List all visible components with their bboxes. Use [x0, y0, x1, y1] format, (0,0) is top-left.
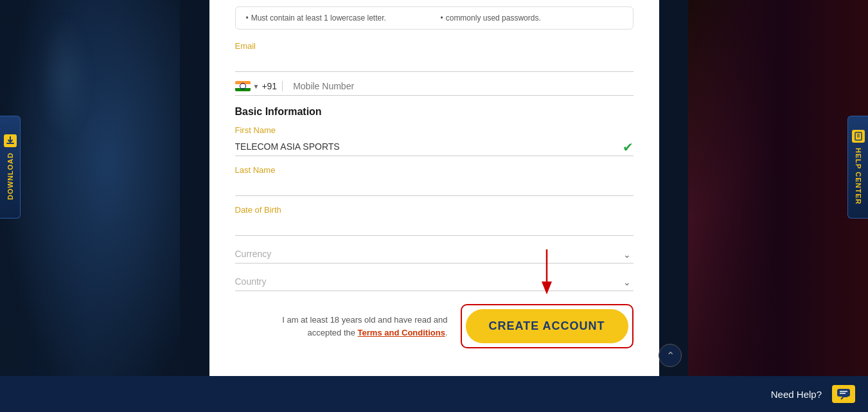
- password-hints-box: Must contain at least 1 lowercase letter…: [235, 6, 633, 30]
- help-center-label: HELP CENTER: [855, 148, 862, 204]
- basic-info-title: Basic Information: [235, 106, 633, 118]
- background-left: [0, 0, 180, 412]
- dob-input[interactable]: [235, 217, 633, 236]
- terms-line1: I am at least 18 years old and have read…: [282, 315, 447, 325]
- terms-text: I am at least 18 years old and have read…: [235, 314, 448, 339]
- create-account-button[interactable]: CREATE ACCOUNT: [466, 309, 628, 343]
- help-center-sidebar-btn[interactable]: HELP CENTER: [847, 116, 868, 219]
- download-icon: [4, 134, 17, 147]
- first-name-label: First Name: [235, 125, 633, 135]
- chat-icon[interactable]: [832, 385, 855, 403]
- dob-field-group: Date of Birth: [235, 205, 633, 236]
- red-arrow-annotation: [527, 246, 566, 298]
- flag-chevron: ▼: [253, 83, 260, 90]
- phone-icon: [852, 130, 865, 143]
- terms-link[interactable]: Terms and Conditions: [358, 328, 445, 337]
- email-label: Email: [235, 41, 633, 51]
- download-sidebar-btn[interactable]: DOWNLOAD: [0, 116, 21, 219]
- india-flag: [235, 81, 251, 91]
- background-right: [688, 0, 868, 386]
- hint-common: commonly used passwords.: [441, 13, 623, 22]
- create-account-section: CREATE ACCOUNT: [461, 304, 633, 348]
- last-name-field-group: Last Name: [235, 165, 633, 196]
- email-input[interactable]: [235, 53, 633, 72]
- last-name-input[interactable]: [235, 177, 633, 196]
- first-name-check-icon: ✔: [623, 139, 633, 155]
- country-field-group: Country ⌄: [235, 273, 633, 291]
- country-code: +91: [261, 81, 277, 91]
- currency-field-group: Currency ⌄: [235, 245, 633, 264]
- first-name-input[interactable]: [235, 138, 633, 156]
- mobile-number-input[interactable]: [288, 81, 633, 91]
- phone-row: ▼ +91: [235, 81, 633, 96]
- dob-label: Date of Birth: [235, 205, 633, 215]
- currency-select[interactable]: Currency: [235, 245, 633, 264]
- phone-field-group: ▼ +91: [235, 81, 633, 96]
- scroll-up-button[interactable]: ⌃: [659, 344, 682, 367]
- footer-bar: Need Help?: [0, 376, 868, 412]
- currency-select-wrapper: Currency ⌄: [235, 245, 633, 264]
- email-field-group: Email: [235, 41, 633, 72]
- last-name-label: Last Name: [235, 165, 633, 175]
- first-name-field-group: First Name ✔: [235, 125, 633, 156]
- registration-form-panel: Must contain at least 1 lowercase letter…: [209, 0, 659, 386]
- country-selector[interactable]: ▼ +91: [235, 81, 283, 91]
- need-help-text: Need Help?: [771, 389, 822, 400]
- terms-line2: accepted the: [308, 328, 355, 337]
- hint-lowercase: Must contain at least 1 lowercase letter…: [246, 13, 428, 22]
- download-label: DOWNLOAD: [6, 152, 14, 200]
- terms-period: .: [445, 328, 448, 337]
- first-name-input-wrapper: ✔: [235, 138, 633, 156]
- country-select-wrapper: Country ⌄: [235, 273, 633, 291]
- svg-rect-6: [837, 389, 850, 397]
- svg-marker-5: [542, 282, 552, 294]
- bottom-action-row: I am at least 18 years old and have read…: [235, 304, 633, 348]
- country-select[interactable]: Country: [235, 273, 633, 291]
- create-account-button-box: CREATE ACCOUNT: [461, 304, 633, 348]
- svg-rect-0: [855, 132, 862, 140]
